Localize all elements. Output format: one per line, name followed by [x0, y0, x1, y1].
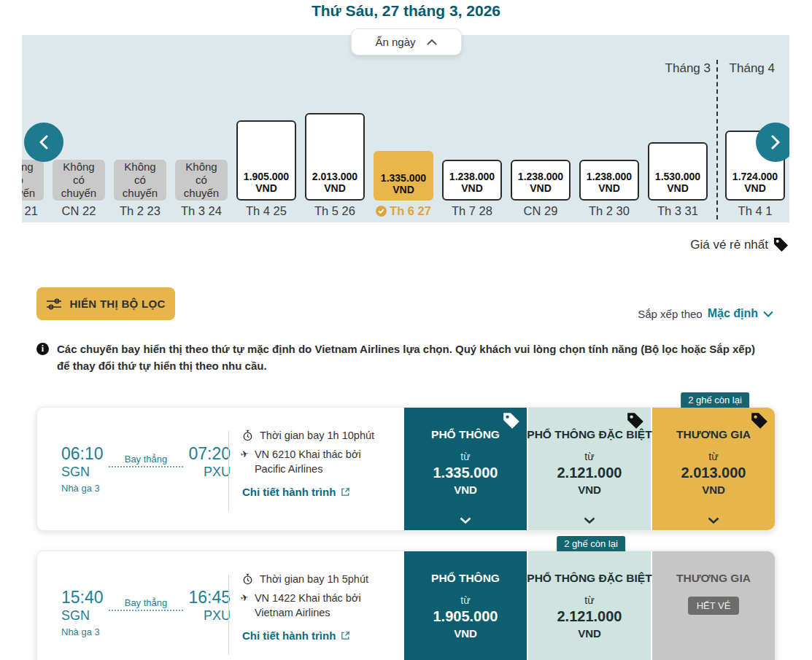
departure-code: SGN [61, 608, 104, 624]
plane-icon: ✈ [239, 591, 253, 621]
departure-block: 06:10 SGN Nhà ga 3 [61, 444, 104, 494]
fare-price: 2.013.000 [681, 465, 746, 481]
clock-icon [242, 430, 253, 441]
day-label-text: Th 7 21 [22, 204, 38, 218]
flight-duration: Thời gian bay 1h 5phút [260, 573, 368, 585]
day-label-text: Th 7 28 [452, 204, 492, 218]
no-flight-text: Không có chuyến [22, 160, 40, 200]
day-label-text: CN 22 [62, 204, 96, 218]
from-label: từ [460, 451, 470, 462]
flight-results-page: Thứ Sáu, 27 tháng 3, 2026 Ẩn ngày Tháng … [0, 0, 812, 660]
day-price: 1.335.000 [381, 172, 426, 184]
date-price-card[interactable]: Không có chuyến 2.013.000 VND Th 5 26 [305, 113, 365, 218]
day-price: 1.530.000 [655, 171, 700, 182]
sort-value[interactable]: Mặc định [708, 307, 758, 320]
cabin-name: PHỔ THÔNG [431, 572, 500, 585]
price-bar: Không có chuyến 2.013.000 VND [305, 113, 365, 201]
fare-price: 2.121.000 [557, 465, 622, 481]
day-currency: VND [744, 182, 766, 194]
date-price-card[interactable]: Không có chuyến 1.238.000 VND CN 29 [511, 160, 571, 218]
chevron-down-icon [460, 517, 472, 524]
departure-terminal: Nhà ga 3 [61, 483, 104, 494]
price-bar: Không có chuyến 1.905.000 VND [236, 120, 296, 201]
cabin-name: PHỔ THÔNG ĐẶC BIỆT [527, 572, 651, 585]
day-price: 2.013.000 [312, 171, 357, 182]
day-price: 1.905.000 [244, 171, 289, 182]
day-label-text: Th 4 25 [246, 204, 287, 218]
seats-left-badge: 2 ghế còn lại [681, 392, 749, 408]
date-price-card: Không có chuyến CN 22 [53, 160, 105, 218]
day-label-text: Th 5 26 [314, 204, 355, 218]
fare-column[interactable]: PHỔ THÔNG ĐẶC BIỆT từ 2.121.000 VND [528, 551, 651, 660]
day-label: Th 7 28 [452, 204, 492, 218]
day-label: CN 29 [524, 204, 558, 218]
price-bar: Không có chuyến [114, 160, 166, 201]
day-label: Th 7 21 [22, 204, 38, 218]
carousel-next-button[interactable] [756, 123, 789, 162]
itinerary-details-link[interactable]: Chi tiết hành trình [242, 629, 426, 642]
no-flight-text: Không có chuyến [179, 160, 224, 200]
price-bar: Không có chuyến [53, 160, 105, 201]
date-price-card[interactable]: Không có chuyến 1.905.000 VND Th 4 25 [236, 120, 296, 218]
seats-left-badge: 2 ghế còn lại [557, 536, 625, 551]
external-link-icon [341, 631, 350, 640]
carousel-prev-button[interactable] [24, 123, 63, 162]
price-bar: Không có chuyến 1.335.000 VND [374, 151, 433, 201]
fare-price: 2.121.000 [557, 608, 622, 625]
day-currency: VND [461, 182, 483, 194]
fare-column[interactable]: PHỔ THÔNG ĐẶC BIỆT từ 2.121.000 VND [528, 408, 651, 530]
flight-card: 2 ghế còn lại 15:40 SGN Nhà ga 3 Bay thẳ… [36, 551, 776, 660]
flight-card: 2 ghế còn lại 06:10 SGN Nhà ga 3 Bay thẳ… [36, 407, 776, 531]
fare-currency: VND [454, 484, 477, 496]
price-bar: Không có chuyến 1.530.000 VND [648, 142, 708, 201]
arrival-block: 07:20 PXU [188, 444, 231, 494]
route-line: Bay thẳng [109, 444, 184, 494]
info-icon: i [36, 343, 49, 355]
from-label: từ [584, 594, 594, 606]
month-label-current: Tháng 3 [665, 61, 711, 76]
fare-column[interactable]: PHỔ THÔNG từ 1.905.000 VND [404, 551, 527, 660]
price-bar: Không có chuyến 1.238.000 VND [579, 160, 639, 201]
cabin-name: THƯƠNG GIA [676, 428, 751, 441]
date-price-carousel: Tháng 3 Tháng 4 Không có chuyến Th 7 21 [22, 35, 789, 222]
sold-out-badge: HẾT VÉ [688, 597, 740, 615]
date-price-card[interactable]: Không có chuyến 1.335.000 VND Th 6 27 [374, 151, 433, 218]
day-label: Th 3 31 [657, 204, 698, 218]
flight-duration: Thời gian bay 1h 10phút [260, 430, 374, 441]
date-price-card: Không có chuyến Th 2 23 [114, 160, 166, 218]
tag-icon [773, 236, 789, 253]
day-label: Th 4 25 [246, 204, 287, 218]
day-price: 1.724.000 [732, 171, 778, 182]
sort-prefix-label: Sắp xếp theo [638, 308, 702, 320]
departure-terminal: Nhà ga 3 [61, 626, 104, 637]
fare-columns: PHỔ THÔNG từ 1.905.000 VND PHỔ THÔNG ĐẶC… [404, 551, 775, 660]
day-currency: VND [598, 182, 620, 194]
date-price-card[interactable]: Không có chuyến 1.530.000 VND Th 3 31 [648, 142, 708, 218]
itinerary-details-label: Chi tiết hành trình [242, 486, 336, 498]
day-label-text: Th 3 24 [181, 204, 222, 218]
vertical-divider [228, 575, 229, 655]
month-label-next: Tháng 4 [730, 61, 775, 76]
day-label: Th 2 30 [589, 204, 630, 218]
price-bar: Không có chuyến [22, 160, 44, 201]
hide-dates-button[interactable]: Ẩn ngày [351, 28, 462, 55]
day-label: Th 6 27 [376, 204, 431, 218]
price-bar: Không có chuyến [175, 160, 228, 201]
day-currency: VND [667, 182, 689, 194]
itinerary-details-link[interactable]: Chi tiết hành trình [242, 486, 426, 498]
chevron-down-icon [708, 517, 720, 524]
fare-column[interactable]: PHỔ THÔNG từ 1.335.000 VND [404, 408, 527, 530]
fare-columns: PHỔ THÔNG từ 1.335.000 VND PHỔ THÔNG ĐẶC… [404, 408, 775, 530]
departure-block: 15:40 SGN Nhà ga 3 [61, 588, 104, 637]
route-line: Bay thẳng [109, 588, 184, 637]
cabin-name: THƯƠNG GIA [676, 572, 751, 585]
date-price-card[interactable]: Không có chuyến 1.238.000 VND Th 2 30 [579, 160, 639, 218]
no-flight-text: Không có chuyến [56, 160, 101, 200]
sort-control[interactable]: Sắp xếp theo Mặc định [22, 307, 773, 320]
stop-label: Bay thẳng [109, 454, 184, 467]
date-price-card[interactable]: Không có chuyến 1.238.000 VND Th 7 28 [442, 160, 502, 218]
fare-currency: VND [578, 484, 601, 496]
operated-by-text: VN 1422 Khai thác bởi Vietnam Airlines [255, 591, 390, 620]
day-label-text: CN 29 [524, 204, 558, 218]
fare-column[interactable]: THƯƠNG GIA từ 2.013.000 VND [652, 408, 775, 530]
